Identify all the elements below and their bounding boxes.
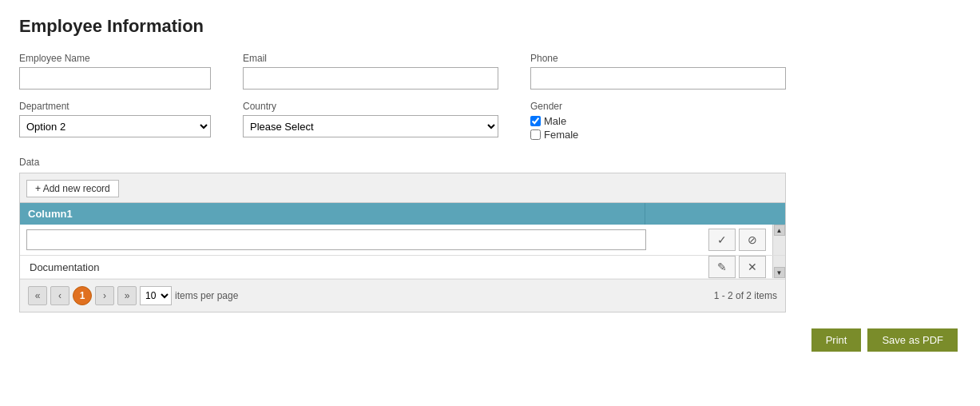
data-table: Column1 ✓ ⊘ [20, 203, 785, 312]
data-container: + Add new record Column1 ✓ [19, 173, 786, 312]
prev-page-button[interactable]: ‹ [50, 286, 69, 305]
bottom-actions: Print Save as PDF [19, 328, 961, 352]
employee-form: Employee Name Email Phone Department Opt… [19, 53, 961, 141]
row-actions: ✎ ✕ [653, 256, 772, 278]
column1-header: Column1 [20, 203, 645, 225]
country-group: Country Please Select USA UK Canada [243, 101, 498, 141]
gender-female-checkbox[interactable] [530, 129, 541, 140]
pagination-range: 1 - 2 of 2 items [714, 290, 777, 301]
page-1-label: 1 [80, 290, 85, 301]
department-group: Department Option 1 Option 2 Option 3 [19, 101, 211, 141]
page-title: Employee Information [19, 16, 961, 37]
gender-male-label: Male [544, 115, 566, 127]
form-row-1: Employee Name Email Phone [19, 53, 961, 90]
print-button[interactable]: Print [811, 328, 862, 352]
page-1-button[interactable]: 1 [73, 286, 92, 305]
save-as-pdf-button[interactable]: Save as PDF [867, 328, 958, 352]
edit-row-input[interactable] [26, 229, 646, 250]
gender-female-option[interactable]: Female [530, 129, 578, 141]
gender-label: Gender [530, 101, 578, 112]
next-page-button[interactable]: › [95, 286, 114, 305]
edit-icon: ✎ [717, 261, 727, 273]
email-input[interactable] [243, 67, 498, 90]
data-section-label: Data [19, 157, 961, 168]
country-label: Country [243, 101, 498, 112]
department-label: Department [19, 101, 211, 112]
gender-options: Male Female [530, 115, 578, 141]
first-page-button[interactable]: « [28, 286, 47, 305]
cancel-icon: ⊘ [748, 233, 757, 246]
phone-input[interactable] [530, 67, 786, 90]
phone-label: Phone [530, 53, 786, 64]
data-toolbar: + Add new record [20, 173, 785, 203]
check-icon: ✓ [717, 233, 727, 246]
employee-name-input[interactable] [19, 67, 211, 90]
gender-female-label: Female [544, 129, 578, 141]
edit-row-actions: ✓ ⊘ [653, 229, 772, 251]
gender-male-option[interactable]: Male [530, 115, 578, 127]
phone-group: Phone [530, 53, 786, 90]
edit-button[interactable]: ✎ [708, 256, 736, 278]
employee-name-label: Employee Name [19, 53, 211, 64]
data-section: Data + Add new record Column1 [19, 157, 961, 312]
scroll-down-btn[interactable]: ▼ [774, 267, 785, 278]
scroll-up-btn[interactable]: ▲ [774, 225, 785, 236]
per-page-select[interactable]: 5 10 25 50 [140, 286, 172, 305]
last-page-button[interactable]: » [117, 286, 137, 305]
edit-row: ✓ ⊘ ▲ [20, 225, 785, 256]
form-row-2: Department Option 1 Option 2 Option 3 Co… [19, 101, 961, 141]
department-select[interactable]: Option 1 Option 2 Option 3 [19, 115, 211, 137]
cell-documentation: Documentation [20, 257, 653, 278]
email-label: Email [243, 53, 498, 64]
cancel-button[interactable]: ⊘ [739, 229, 766, 251]
pagination-left: « ‹ 1 › » [28, 286, 238, 305]
delete-button[interactable]: ✕ [739, 256, 766, 278]
items-per-page-label: items per page [175, 290, 238, 301]
pagination-bar: « ‹ 1 › » [20, 279, 785, 312]
delete-icon: ✕ [748, 261, 757, 273]
employee-name-group: Employee Name [19, 53, 211, 90]
email-group: Email [243, 53, 498, 90]
next-page-icon: › [103, 290, 106, 301]
gender-male-checkbox[interactable] [530, 116, 541, 126]
prev-page-icon: ‹ [58, 290, 61, 301]
gender-group: Gender Male Female [530, 101, 578, 141]
confirm-button[interactable]: ✓ [708, 229, 736, 251]
last-page-icon: » [125, 290, 130, 301]
add-new-record-button[interactable]: + Add new record [26, 180, 119, 197]
first-page-icon: « [35, 290, 41, 301]
country-select[interactable]: Please Select USA UK Canada [243, 115, 498, 137]
table-row: Documentation ✎ ✕ ▼ [20, 256, 785, 279]
